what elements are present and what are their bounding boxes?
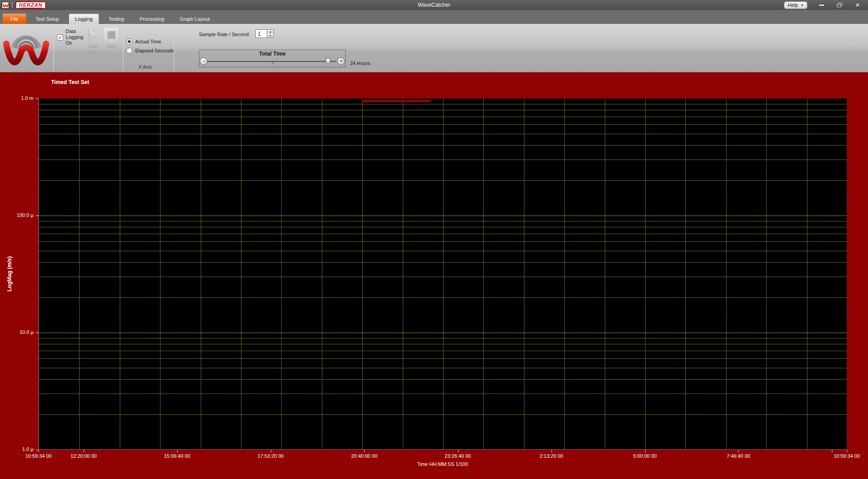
x-tick-label: 7:46:40 00 xyxy=(726,453,750,459)
help-button[interactable]: Help ▼ xyxy=(784,1,807,9)
data-logging-label: Data Logging On xyxy=(66,28,83,46)
total-time-value: 24 Hours xyxy=(350,61,370,66)
x-tick-label: 15:06:40 00 xyxy=(164,453,190,459)
group-separator xyxy=(53,25,54,71)
start-test-button[interactable]: Start Test xyxy=(84,26,102,55)
slider-increment-button[interactable]: + xyxy=(337,57,345,65)
x-tick-mark xyxy=(738,450,739,452)
sample-rate-spinner[interactable]: 1 ▲ ▼ xyxy=(255,29,274,38)
play-icon xyxy=(86,28,100,42)
x-tick-label: 12:20:00 00 xyxy=(71,453,97,459)
minus-icon: − xyxy=(202,58,205,64)
stop-button[interactable]: Stop xyxy=(102,26,120,49)
x-tick-mark xyxy=(177,450,178,452)
ribbon: ✓ Data Logging On Start Test Stop Actual… xyxy=(0,24,868,72)
start-test-label: Start Test xyxy=(84,43,102,55)
radio-elapsed-seconds[interactable]: Elapsed Seconds xyxy=(126,47,174,54)
data-logging-toggle[interactable]: ✓ Data Logging On xyxy=(57,28,86,46)
ribbon-tab-strip: File Test Setup Logging Testing Processi… xyxy=(0,10,868,24)
y-tick-mark xyxy=(36,333,38,333)
y-tick-label: 100.0 µ xyxy=(1,212,33,218)
sample-rate-label: Sample Rate / Second xyxy=(199,32,249,37)
group-separator xyxy=(123,25,123,71)
x-tick-label: 2:13:20 00 xyxy=(540,453,563,459)
x-tick-label: 10:59:34 00 xyxy=(25,453,52,459)
wavecatcher-logo-icon xyxy=(3,25,50,70)
chart-title: Timed Test Set xyxy=(51,79,89,85)
x-tick-mark xyxy=(364,450,365,452)
x-tick-label: 17:53:20 00 xyxy=(258,453,284,459)
y-tick-label: 10.0 µ xyxy=(1,329,33,335)
help-button-label: Help xyxy=(788,2,798,8)
spin-down-icon[interactable]: ▼ xyxy=(267,34,274,38)
tab-test-setup[interactable]: Test Setup xyxy=(30,14,65,24)
title-bar: HERZAN WaveCatcher Help ▼ × xyxy=(0,0,868,10)
data-logging-checkbox[interactable]: ✓ xyxy=(57,34,63,41)
y-tick-mark xyxy=(36,99,38,99)
tab-file[interactable]: File xyxy=(3,14,26,24)
sample-rate-value[interactable]: 1 xyxy=(255,29,267,38)
check-icon: ✓ xyxy=(58,35,62,40)
plot-area[interactable] xyxy=(38,99,847,450)
x-axis-group-label: X Axis xyxy=(138,64,152,70)
plot-grid xyxy=(39,99,847,450)
x-tick-mark xyxy=(84,450,84,452)
x-tick-mark xyxy=(552,450,552,452)
window-title: WaveCatcher xyxy=(0,2,868,8)
x-tick-mark xyxy=(832,450,832,452)
stop-icon xyxy=(104,28,118,42)
slider-track[interactable] xyxy=(208,61,336,62)
tab-logging[interactable]: Logging xyxy=(69,14,99,24)
spin-up-icon[interactable]: ▲ xyxy=(267,30,274,34)
group-separator xyxy=(174,25,174,71)
y-tick-label: 1.0 µ xyxy=(1,446,33,452)
x-tick-label: 5:00:00 00 xyxy=(633,453,657,459)
radio-selected-icon xyxy=(126,38,132,45)
tab-testing[interactable]: Testing xyxy=(103,14,130,24)
total-time-title: Total Time xyxy=(199,51,345,57)
x-tick-mark xyxy=(271,450,271,452)
chevron-down-icon: ▼ xyxy=(801,4,804,7)
x-tick-mark xyxy=(458,450,458,452)
y-tick-mark xyxy=(36,216,38,216)
tab-graph-layout[interactable]: Graph Layout xyxy=(174,14,216,24)
plus-icon: + xyxy=(340,58,343,64)
slider-center-tick xyxy=(273,61,273,64)
stop-label: Stop xyxy=(102,43,120,49)
total-time-slider-group: Total Time − + xyxy=(199,50,346,67)
x-tick-label: 10:59:34 00 xyxy=(834,453,860,459)
x-tick-mark xyxy=(645,450,646,452)
restore-icon xyxy=(837,3,842,7)
radio-actual-time[interactable]: Actual Time xyxy=(126,38,161,45)
x-tick-mark xyxy=(847,450,847,452)
chart-panel: Timed Test Set LogMag (m/s) Time HH:MM:S… xyxy=(0,72,868,479)
x-tick-label: 20:40:00 00 xyxy=(351,453,377,459)
x-axis-title: Time HH:MM:SS 1/100 xyxy=(417,461,468,467)
y-tick-label: 1.0 m xyxy=(1,95,33,101)
slider-decrement-button[interactable]: − xyxy=(200,57,208,65)
x-tick-mark xyxy=(38,450,39,452)
x-tick-label: 23:26:40 00 xyxy=(445,453,471,459)
y-axis-title: LogMag (m/s) xyxy=(6,256,13,291)
total-time-slider[interactable]: − + xyxy=(199,57,345,66)
radio-actual-time-label: Actual Time xyxy=(135,39,161,44)
tab-processing[interactable]: Processing xyxy=(134,14,170,24)
radio-unselected-icon xyxy=(126,47,132,54)
slider-thumb[interactable] xyxy=(326,58,330,65)
radio-elapsed-seconds-label: Elapsed Seconds xyxy=(135,48,174,53)
